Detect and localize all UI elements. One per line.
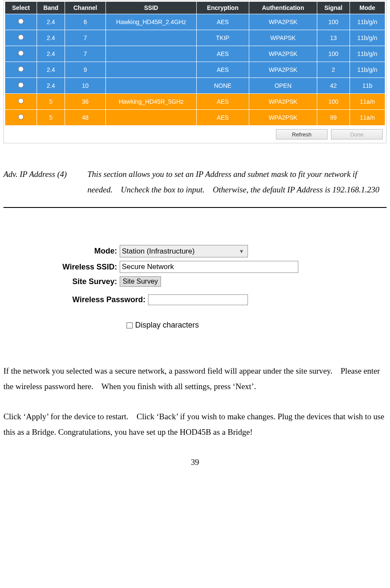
wireless-password-input[interactable] <box>148 294 248 305</box>
cell-enc: AES <box>197 62 249 77</box>
cell-mode: 11b <box>350 78 385 93</box>
select-cell[interactable] <box>5 78 37 93</box>
cell-channel: 7 <box>65 46 105 62</box>
th-ssid: SSID <box>106 2 196 14</box>
site-survey-button[interactable]: Site Survey <box>120 276 161 287</box>
done-button[interactable]: Done <box>331 129 383 139</box>
table-row[interactable]: 2.46Hawking_HD45R_2.4GHzAESWPA2PSK10011b… <box>5 14 385 30</box>
chevron-down-icon: ▼ <box>239 248 244 254</box>
th-band: Band <box>37 2 65 14</box>
th-signal: Signal <box>317 2 349 14</box>
cell-signal: 13 <box>317 30 349 46</box>
cell-channel: 36 <box>65 94 105 109</box>
cell-mode: 11a/n <box>350 94 385 109</box>
select-cell[interactable] <box>5 94 37 109</box>
cell-channel: 7 <box>65 30 105 46</box>
cell-auth: WPA2PSK <box>249 46 317 62</box>
wireless-form: Mode: Station (Infrastructure) ▼ Wireles… <box>51 245 387 330</box>
wireless-password-label: Wireless Password: <box>51 295 148 304</box>
select-cell[interactable] <box>5 30 37 46</box>
cell-mode: 11b/g/n <box>350 46 385 62</box>
cell-ssid <box>106 78 196 93</box>
divider <box>3 207 387 208</box>
cell-signal: 99 <box>317 110 349 125</box>
cell-mode: 11b/g/n <box>350 30 385 46</box>
select-cell[interactable] <box>5 62 37 77</box>
cell-channel: 9 <box>65 62 105 77</box>
table-row[interactable]: 2.410NONEOPEN4211b <box>5 78 385 93</box>
cell-ssid: Hawking_HD45R_5GHz <box>106 94 196 109</box>
ssid-input[interactable] <box>120 261 298 273</box>
cell-mode: 11a/n <box>350 110 385 125</box>
cell-auth: WPAPSK <box>249 30 317 46</box>
th-channel: Channel <box>65 2 105 14</box>
site-survey-table: Select Band Channel SSID Encryption Auth… <box>5 1 385 126</box>
cell-enc: AES <box>197 46 249 62</box>
radio-icon[interactable] <box>18 98 24 104</box>
display-characters-label: Display characters <box>135 321 199 330</box>
adv-ip-body: This section allows you to set an IP Add… <box>87 167 387 198</box>
cell-ssid <box>106 46 196 62</box>
cell-ssid <box>106 62 196 77</box>
cell-signal: 100 <box>317 46 349 62</box>
display-characters-checkbox[interactable] <box>127 322 133 328</box>
table-row[interactable]: 2.47AESWPA2PSK10011b/g/n <box>5 46 385 62</box>
mode-value: Station (Infrastructure) <box>122 247 195 256</box>
table-row[interactable]: 2.47TKIPWPAPSK1311b/g/n <box>5 30 385 46</box>
cell-channel: 48 <box>65 110 105 125</box>
body-paragraph-1: If the network you selected was a secure… <box>3 363 387 394</box>
select-cell[interactable] <box>5 14 37 30</box>
cell-auth: WPA2PSK <box>249 14 317 30</box>
cell-auth: OPEN <box>249 78 317 93</box>
cell-ssid: Hawking_HD45R_2.4GHz <box>106 14 196 30</box>
cell-signal: 100 <box>317 14 349 30</box>
radio-icon[interactable] <box>18 50 24 56</box>
cell-signal: 42 <box>317 78 349 93</box>
cell-ssid <box>106 30 196 46</box>
body-paragraph-2: Click ‘Apply’ for the device to restart.… <box>3 409 387 440</box>
page-number: 39 <box>3 458 387 467</box>
cell-enc: AES <box>197 14 249 30</box>
adv-ip-label: Adv. IP Address (4) <box>3 167 67 198</box>
mode-select[interactable]: Station (Infrastructure) ▼ <box>120 245 248 257</box>
cell-band: 2.4 <box>37 30 65 46</box>
refresh-button[interactable]: Refresh <box>276 129 328 139</box>
cell-channel: 6 <box>65 14 105 30</box>
th-mode: Mode <box>350 2 385 14</box>
select-cell[interactable] <box>5 110 37 125</box>
mode-label: Mode: <box>51 247 120 256</box>
cell-enc: AES <box>197 94 249 109</box>
cell-enc: TKIP <box>197 30 249 46</box>
radio-icon[interactable] <box>18 114 24 120</box>
select-cell[interactable] <box>5 46 37 62</box>
cell-auth: WPA2PSK <box>249 62 317 77</box>
cell-channel: 10 <box>65 78 105 93</box>
cell-enc: AES <box>197 110 249 125</box>
th-select: Select <box>5 2 37 14</box>
th-authentication: Authentication <box>249 2 317 14</box>
cell-mode: 11b/g/n <box>350 14 385 30</box>
table-row[interactable]: 536Hawking_HD45R_5GHzAESWPA2PSK10011a/n <box>5 94 385 109</box>
radio-icon[interactable] <box>18 19 24 24</box>
table-row[interactable]: 2.49AESWPA2PSK211b/g/n <box>5 62 385 77</box>
site-survey-table-wrap: Select Band Channel SSID Encryption Auth… <box>3 0 387 143</box>
th-encryption: Encryption <box>197 2 249 14</box>
ssid-label: Wireless SSID: <box>51 263 120 272</box>
cell-auth: WPA2PSK <box>249 94 317 109</box>
cell-ssid <box>106 110 196 125</box>
cell-mode: 11b/g/n <box>350 62 385 77</box>
cell-signal: 2 <box>317 62 349 77</box>
cell-band: 2.4 <box>37 14 65 30</box>
site-survey-label: Site Survey: <box>51 277 120 286</box>
cell-band: 2.4 <box>37 78 65 93</box>
radio-icon[interactable] <box>18 82 24 88</box>
cell-band: 2.4 <box>37 46 65 62</box>
cell-band: 2.4 <box>37 62 65 77</box>
cell-signal: 100 <box>317 94 349 109</box>
cell-auth: WPA2PSK <box>249 110 317 125</box>
radio-icon[interactable] <box>18 34 24 40</box>
cell-band: 5 <box>37 110 65 125</box>
cell-enc: NONE <box>197 78 249 93</box>
radio-icon[interactable] <box>18 66 24 72</box>
table-row[interactable]: 548AESWPA2PSK9911a/n <box>5 110 385 125</box>
